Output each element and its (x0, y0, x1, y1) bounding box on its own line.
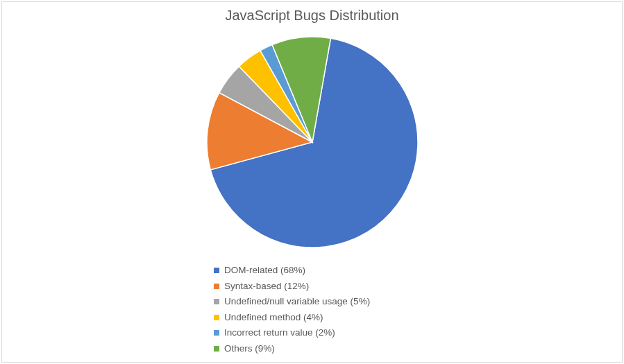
pie-container (2, 35, 622, 250)
legend-swatch (214, 330, 219, 336)
legend-swatch (214, 299, 219, 304)
legend-swatch (214, 346, 219, 352)
legend-swatch (214, 268, 219, 273)
legend-label: Undefined method (4%) (224, 310, 323, 326)
chart-title: JavaScript Bugs Distribution (2, 8, 622, 24)
chart-frame: JavaScript Bugs Distribution DOM-related… (1, 1, 623, 363)
legend-item: Incorrect return value (2%) (214, 325, 370, 341)
legend-item: DOM-related (68%) (214, 263, 370, 279)
legend-item: Syntax-based (12%) (214, 279, 370, 295)
legend-label: Others (9%) (224, 341, 275, 357)
pie-chart (205, 35, 420, 250)
legend-swatch (214, 315, 219, 320)
legend: DOM-related (68%) Syntax-based (12%) Und… (214, 263, 370, 356)
legend-swatch (214, 284, 219, 289)
legend-item: Undefined method (4%) (214, 310, 370, 326)
legend-item: Undefined/null variable usage (5%) (214, 294, 370, 310)
legend-item: Others (9%) (214, 341, 370, 357)
legend-label: Syntax-based (12%) (224, 279, 309, 295)
legend-label: DOM-related (68%) (224, 263, 305, 279)
legend-label: Undefined/null variable usage (5%) (224, 294, 370, 310)
legend-label: Incorrect return value (2%) (224, 325, 335, 341)
